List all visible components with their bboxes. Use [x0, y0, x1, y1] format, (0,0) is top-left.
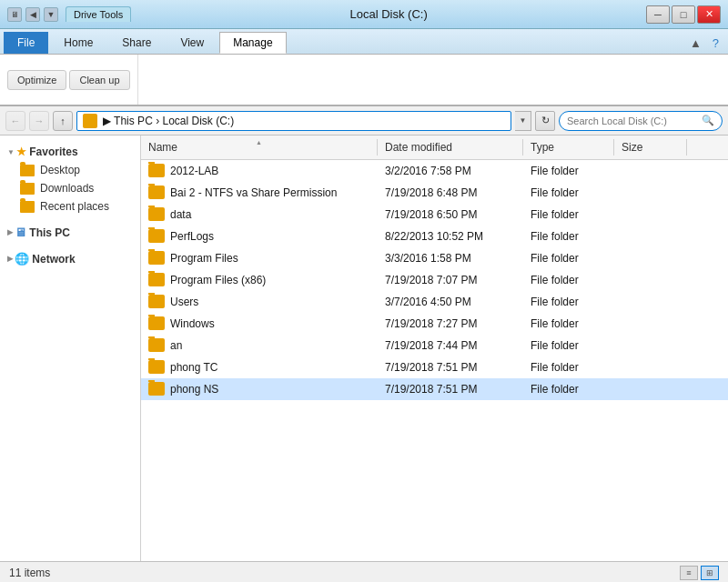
file-size-cell [614, 191, 687, 195]
desktop-folder-icon [20, 165, 35, 176]
tab-share[interactable]: Share [108, 32, 165, 54]
tab-manage[interactable]: Manage [219, 32, 286, 54]
file-type-cell: File folder [523, 294, 614, 310]
down-arrow-tb[interactable]: ▼ [44, 7, 58, 22]
back-icon-tb[interactable]: ◀ [25, 7, 40, 22]
table-row[interactable]: phong TC 7/19/2018 7:51 PM File folder [141, 356, 728, 378]
folder-icon [148, 164, 165, 177]
sidebar-item-desktop[interactable]: Desktop [0, 161, 140, 179]
file-type-cell: File folder [523, 163, 614, 179]
search-input[interactable] [567, 115, 698, 126]
forward-button[interactable]: → [29, 111, 49, 131]
table-row[interactable]: Program Files 3/3/2016 1:58 PM File fold… [141, 247, 728, 269]
file-date-cell: 8/22/2013 10:52 PM [378, 228, 523, 245]
network-label: Network [32, 253, 75, 266]
status-bar: 11 items ≡ ⊞ [0, 561, 728, 582]
details-view-btn[interactable]: ≡ [680, 566, 698, 580]
file-type-cell: File folder [523, 272, 614, 288]
table-row[interactable]: PerfLogs 8/22/2013 10:52 PM File folder [141, 226, 728, 247]
favorites-expand-icon: ▼ [7, 148, 15, 156]
col-header-date[interactable]: Date modified [378, 139, 523, 156]
optimize-btn[interactable]: Optimize [7, 70, 66, 90]
folder-icon [148, 316, 165, 330]
cleanup-btn[interactable]: Clean up [69, 70, 129, 90]
file-type-cell: File folder [523, 250, 614, 266]
thispc-expand-icon: ▶ [7, 228, 13, 236]
file-name-cell: Users [141, 293, 378, 310]
file-list: ▲ Name Date modified Type Size 2012-LAB … [141, 135, 728, 561]
minimize-button[interactable]: ─ [646, 5, 670, 24]
sidebar-item-recent[interactable]: Recent places [0, 197, 140, 216]
pc-icon: 🖥 [15, 226, 26, 239]
file-size-cell [614, 278, 687, 282]
file-date-cell: 7/19/2018 7:07 PM [378, 272, 523, 288]
file-name-cell: Bai 2 - NTFS va Share Permission [141, 184, 378, 201]
window-title: Local Disk (C:) [131, 7, 646, 21]
sidebar-network-header[interactable]: ▶ 🌐 Network [0, 249, 140, 268]
file-size-cell [614, 169, 687, 173]
sidebar-thispc-header[interactable]: ▶ 🖥 This PC [0, 223, 140, 242]
sort-arrow-icon: ▲ [256, 139, 262, 146]
ribbon-collapse-btn[interactable]: ▲ [684, 33, 707, 54]
ribbon-group-manage: Optimize Clean up [7, 55, 138, 105]
file-name-cell: data [141, 206, 378, 223]
sidebar-item-downloads[interactable]: Downloads [0, 179, 140, 197]
network-icon: 🌐 [15, 252, 29, 266]
file-name-cell: Program Files [141, 249, 378, 266]
table-row[interactable]: 2012-LAB 3/2/2016 7:58 PM File folder [141, 160, 728, 182]
downloads-folder-icon [20, 183, 35, 195]
back-button[interactable]: ← [5, 111, 25, 131]
tab-view[interactable]: View [167, 32, 217, 54]
sidebar-favorites-header[interactable]: ▼ ★ Favorites [0, 143, 140, 161]
drive-tools-tab[interactable]: Drive Tools [66, 6, 131, 22]
table-row[interactable]: data 7/19/2018 6:50 PM File folder [141, 204, 728, 226]
file-size-cell [614, 256, 687, 260]
close-button[interactable]: ✕ [697, 5, 721, 24]
col-header-name[interactable]: ▲ Name [141, 139, 378, 156]
path-folder-icon [83, 114, 97, 128]
table-row[interactable]: Program Files (x86) 7/19/2018 7:07 PM Fi… [141, 269, 728, 291]
search-box[interactable]: 🔍 [559, 111, 723, 131]
file-type-cell: File folder [523, 337, 614, 354]
file-type-cell: File folder [523, 228, 614, 245]
up-button[interactable]: ↑ [53, 111, 73, 131]
table-row[interactable]: an 7/19/2018 7:44 PM File folder [141, 335, 728, 356]
col-header-size[interactable]: Size [614, 139, 687, 156]
table-row[interactable]: Windows 7/19/2018 7:27 PM File folder [141, 313, 728, 335]
address-dropdown[interactable]: ▼ [515, 111, 531, 131]
item-count: 11 items [9, 567, 50, 579]
address-path[interactable]: ▶ This PC › Local Disk (C:) [76, 111, 511, 131]
title-bar: 🖥 ◀ ▼ Drive Tools Local Disk (C:) ─ □ ✕ [0, 0, 728, 29]
recent-folder-icon [20, 201, 35, 213]
file-date-cell: 7/19/2018 7:27 PM [378, 316, 523, 332]
tab-home[interactable]: Home [50, 32, 106, 54]
file-name-cell: Windows [141, 315, 378, 332]
maximize-button[interactable]: □ [672, 5, 695, 24]
refresh-button[interactable]: ↻ [535, 111, 555, 131]
tab-file[interactable]: File [4, 32, 48, 54]
file-name-cell: an [141, 336, 378, 354]
file-size-cell [614, 213, 687, 216]
file-type-cell: File folder [523, 359, 614, 376]
file-date-cell: 7/19/2018 7:51 PM [378, 359, 523, 376]
search-icon: 🔍 [702, 115, 714, 126]
table-row[interactable]: Users 3/7/2016 4:50 PM File folder [141, 291, 728, 313]
thispc-label: This PC [29, 226, 70, 239]
col-header-type[interactable]: Type [523, 139, 614, 156]
sidebar-item-downloads-label: Downloads [40, 182, 94, 195]
list-view-btn[interactable]: ⊞ [701, 566, 719, 580]
file-date-cell: 3/2/2016 7:58 PM [378, 163, 523, 179]
file-name-cell: phong NS [141, 380, 378, 397]
sidebar: ▼ ★ Favorites Desktop Downloads Recent p… [0, 135, 141, 561]
table-row[interactable]: Bai 2 - NTFS va Share Permission 7/19/20… [141, 182, 728, 204]
file-type-cell: File folder [523, 316, 614, 332]
favorites-star-icon: ★ [16, 146, 26, 158]
file-date-cell: 7/19/2018 7:44 PM [378, 337, 523, 354]
title-bar-left: 🖥 ◀ ▼ Drive Tools [7, 6, 131, 22]
file-size-cell [614, 344, 687, 347]
table-row[interactable]: phong NS 7/19/2018 7:51 PM File folder [141, 378, 728, 400]
folder-icon [148, 186, 165, 199]
path-text: ▶ This PC › Local Disk (C:) [103, 115, 234, 127]
file-date-cell: 7/19/2018 7:51 PM [378, 381, 523, 397]
help-button[interactable]: ? [707, 33, 724, 54]
